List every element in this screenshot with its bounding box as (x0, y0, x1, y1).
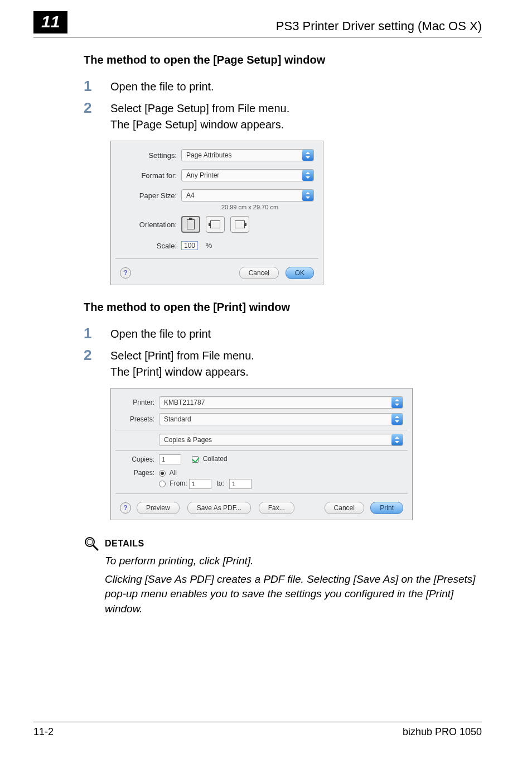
landscape-icon (210, 220, 220, 228)
dialog-separator (115, 493, 408, 494)
footer-product-name: bizhub PRO 1050 (403, 726, 482, 738)
pages-to-input[interactable]: 1 (229, 479, 252, 489)
step-number-2: 2 (84, 100, 110, 115)
section1-step1-text: Open the file to print. (110, 79, 214, 95)
help-button[interactable]: ? (120, 502, 131, 514)
header-rule (33, 37, 482, 37)
pages-from-input[interactable]: 1 (189, 479, 211, 489)
fax-button[interactable]: Fax... (259, 502, 294, 514)
pane-combo[interactable]: Copies & Pages (159, 434, 403, 446)
landscape-rev-icon (235, 220, 245, 228)
scale-percent: % (206, 241, 212, 250)
format-for-label: Format for: (120, 171, 181, 180)
printer-label: Printer: (120, 399, 159, 406)
combo-arrow-icon (391, 434, 403, 445)
pages-label: Pages: (120, 469, 159, 477)
copies-input[interactable]: 1 (159, 454, 181, 464)
footer-page-number: 11-2 (33, 726, 54, 738)
scale-label: Scale: (120, 242, 181, 250)
scale-input[interactable]: 100 (181, 241, 198, 250)
settings-label: Settings: (120, 151, 181, 160)
page-setup-dialog: Settings: Page Attributes Format for: An… (111, 141, 323, 285)
help-button[interactable]: ? (120, 267, 131, 279)
print-dialog: Printer: KMBT211787 Presets: Standard (111, 388, 412, 520)
step-number-1: 1 (84, 79, 110, 93)
settings-value: Page Attributes (181, 149, 314, 161)
details-title: DETAILS (105, 539, 144, 549)
dialog-separator (115, 258, 318, 259)
printer-combo[interactable]: KMBT211787 (159, 396, 403, 409)
section1-step2-line1: Select [Page Setup] from File menu. (110, 100, 289, 117)
pages-from-label: From: (170, 479, 187, 487)
orientation-label: Orientation: (120, 220, 181, 229)
format-for-value: Any Printer (181, 169, 314, 181)
print-button[interactable]: Print (370, 502, 403, 514)
combo-arrow-icon (302, 190, 313, 201)
dialog-separator (115, 450, 408, 451)
presets-combo[interactable]: Standard (159, 413, 403, 425)
format-for-combo[interactable]: Any Printer (181, 169, 314, 181)
preview-button[interactable]: Preview (137, 502, 180, 514)
pages-to-label: to: (216, 479, 224, 487)
paper-dimensions: 20.99 cm x 29.70 cm (186, 204, 314, 210)
cancel-button[interactable]: Cancel (239, 267, 279, 279)
section1-heading: The method to open the [Page Setup] wind… (84, 54, 482, 66)
pane-value: Copies & Pages (159, 434, 403, 446)
dialog-separator (115, 430, 408, 430)
copies-label: Copies: (120, 455, 159, 463)
svg-point-1 (87, 539, 93, 545)
presets-value: Standard (159, 413, 403, 425)
combo-arrow-icon (391, 397, 403, 408)
section2-heading: The method to open the [Print] window (84, 301, 482, 314)
orientation-landscape-button[interactable] (206, 216, 225, 233)
pages-all-radio[interactable] (159, 470, 166, 477)
orientation-portrait-button[interactable] (181, 216, 200, 233)
orientation-landscape-rev-button[interactable] (230, 216, 249, 233)
svg-line-2 (93, 545, 98, 550)
footer-rule (33, 722, 482, 722)
collated-checkbox[interactable] (192, 456, 199, 463)
settings-combo[interactable]: Page Attributes (181, 149, 314, 161)
collated-label: Collated (203, 455, 228, 463)
combo-arrow-icon (391, 414, 403, 425)
ok-button[interactable]: OK (286, 267, 314, 279)
step-number-1b: 1 (84, 326, 110, 340)
chapter-number-tab: 11 (33, 11, 67, 33)
portrait-icon (187, 219, 195, 229)
header-title: PS3 Printer Driver setting (Mac OS X) (276, 19, 482, 33)
combo-arrow-icon (302, 170, 313, 181)
pages-from-radio[interactable] (159, 481, 166, 487)
details-p1: To perform printing, click [Print]. (105, 554, 482, 569)
presets-label: Presets: (120, 415, 159, 423)
step-number-2b: 2 (84, 348, 110, 362)
section1-step2-line2: The [Page Setup] window appears. (110, 117, 289, 133)
paper-size-combo[interactable]: A4 (181, 189, 314, 202)
save-as-pdf-button[interactable]: Save As PDF... (187, 502, 251, 514)
combo-arrow-icon (302, 150, 313, 161)
section2-step2-line1: Select [Print] from File menu. (110, 348, 254, 364)
cancel-button[interactable]: Cancel (325, 502, 364, 514)
section2-step1-text: Open the file to print (110, 326, 211, 342)
pages-all-label: All (170, 469, 177, 477)
section2-step2-line2: The [Print] window appears. (110, 364, 254, 380)
paper-size-value: A4 (181, 189, 314, 202)
printer-value: KMBT211787 (159, 396, 403, 409)
paper-size-label: Paper Size: (120, 191, 181, 200)
magnifier-icon (84, 536, 99, 551)
details-p2: Clicking [Save As PDF] creates a PDF fil… (105, 572, 482, 617)
